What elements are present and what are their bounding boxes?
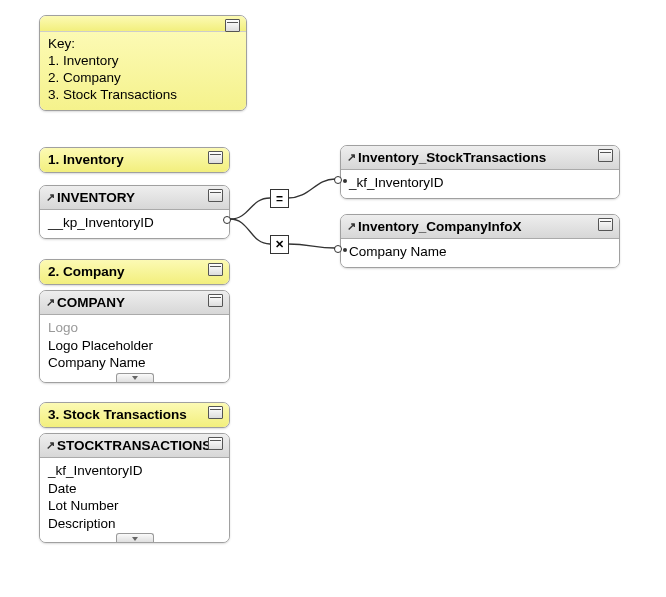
- expand-icon[interactable]: [46, 438, 57, 453]
- expand-icon[interactable]: [46, 295, 57, 310]
- window-icon: [208, 294, 223, 307]
- section-title: 1. Inventory: [48, 152, 124, 167]
- table-inv-stocktrans[interactable]: Inventory_StockTransactions _kf_Inventor…: [340, 145, 620, 199]
- table-name: Inventory_CompanyInfoX: [358, 219, 522, 234]
- field[interactable]: Company Name: [349, 243, 611, 261]
- field[interactable]: Description: [48, 515, 221, 533]
- window-icon: [208, 151, 223, 164]
- table-name: STOCKTRANSACTIONS: [57, 438, 211, 453]
- window-icon: [225, 19, 240, 32]
- field[interactable]: __kp_InventoryID: [48, 214, 221, 232]
- window-icon: [208, 437, 223, 450]
- key-line: Key:: [48, 36, 238, 53]
- expand-icon[interactable]: [46, 190, 57, 205]
- key-note: Key: 1. Inventory 2. Company 3. Stock Tr…: [39, 15, 247, 111]
- key-line: 2. Company: [48, 70, 238, 87]
- section-label-inventory: 1. Inventory: [39, 147, 230, 173]
- table-name: INVENTORY: [57, 190, 135, 205]
- expand-icon[interactable]: [347, 219, 358, 234]
- section-title: 2. Company: [48, 264, 125, 279]
- relationship-endpoint: [334, 176, 342, 184]
- field[interactable]: Lot Number: [48, 497, 221, 515]
- table-inv-companyinfox[interactable]: Inventory_CompanyInfoX Company Name: [340, 214, 620, 268]
- scroll-handle[interactable]: [116, 373, 154, 383]
- operator-cartesian[interactable]: ✕: [270, 235, 289, 254]
- table-stock[interactable]: STOCKTRANSACTIONS _kf_InventoryID Date L…: [39, 433, 230, 543]
- table-inventory[interactable]: INVENTORY __kp_InventoryID: [39, 185, 230, 239]
- window-icon: [598, 218, 613, 231]
- field[interactable]: Date: [48, 480, 221, 498]
- section-title: 3. Stock Transactions: [48, 407, 187, 422]
- key-line: 3. Stock Transactions: [48, 87, 238, 104]
- expand-icon[interactable]: [347, 150, 358, 165]
- relationship-endpoint: [343, 179, 347, 183]
- field[interactable]: _kf_InventoryID: [48, 462, 221, 480]
- operator-equal[interactable]: =: [270, 189, 289, 208]
- window-icon: [208, 406, 223, 419]
- table-name: COMPANY: [57, 295, 125, 310]
- field[interactable]: Logo: [48, 319, 221, 337]
- section-label-stock: 3. Stock Transactions: [39, 402, 230, 428]
- field[interactable]: _kf_InventoryID: [349, 174, 611, 192]
- scroll-handle[interactable]: [116, 533, 154, 543]
- window-icon: [598, 149, 613, 162]
- field[interactable]: Company Name: [48, 354, 221, 372]
- relationship-endpoint: [223, 216, 231, 224]
- relationship-endpoint: [334, 245, 342, 253]
- relationship-endpoint: [343, 248, 347, 252]
- table-company[interactable]: COMPANY Logo Logo Placeholder Company Na…: [39, 290, 230, 383]
- table-name: Inventory_StockTransactions: [358, 150, 546, 165]
- section-label-company: 2. Company: [39, 259, 230, 285]
- key-line: 1. Inventory: [48, 53, 238, 70]
- field[interactable]: Logo Placeholder: [48, 337, 221, 355]
- window-icon: [208, 263, 223, 276]
- window-icon: [208, 189, 223, 202]
